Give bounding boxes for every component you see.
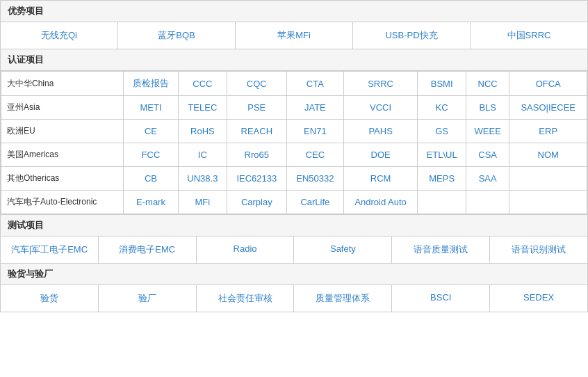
cert-cell[interactable]: CB — [123, 167, 178, 191]
cert-cell[interactable]: ETL\UL — [418, 143, 466, 167]
cert-cell[interactable]: SRRC — [343, 72, 418, 96]
advantage-item-4[interactable]: 中国SRRC — [471, 22, 587, 49]
cert-cell[interactable]: 质检报告 — [123, 72, 178, 96]
cert-cell[interactable]: UN38.3 — [179, 167, 227, 191]
cert-cell[interactable]: CE — [123, 120, 178, 143]
test-item-5[interactable]: 语音识别测试 — [490, 236, 587, 263]
certification-table: 大中华China 质检报告 CCC CQC CTA SRRC BSMI NCC … — [1, 71, 587, 214]
certification-header: 认证项目 — [1, 49, 587, 71]
inspect-item-1[interactable]: 验厂 — [99, 285, 197, 312]
advantage-item-3[interactable]: USB-PD快充 — [353, 22, 471, 49]
cert-cell[interactable]: BSMI — [418, 72, 466, 96]
cert-cell[interactable]: E-mark — [123, 191, 178, 214]
cert-cell[interactable]: KC — [418, 96, 466, 120]
cert-cell[interactable]: RCM — [343, 167, 418, 191]
inspect-item-4[interactable]: BSCI — [392, 285, 490, 312]
inspect-item-0[interactable]: 验货 — [1, 285, 99, 312]
cert-cell[interactable]: CEC — [286, 143, 343, 167]
test-item-2[interactable]: Radio — [197, 236, 295, 263]
inspection-row: 验货 验厂 社会责任审核 质量管理体系 BSCI SEDEX — [1, 285, 587, 312]
row-label-0: 大中华China — [1, 72, 124, 96]
cert-cell[interactable]: EN71 — [286, 120, 343, 143]
cert-cell-empty — [466, 191, 509, 214]
cert-cell[interactable]: FCC — [123, 143, 178, 167]
advantage-item-0[interactable]: 无线充Qi — [1, 22, 118, 49]
cert-cell[interactable]: IEC62133 — [227, 167, 286, 191]
test-row: 汽车|军工电子EMC 消费电子EMC Radio Safety 语音质量测试 语… — [1, 236, 587, 263]
cert-cell[interactable]: RoHS — [179, 120, 227, 143]
test-item-1[interactable]: 消费电子EMC — [99, 236, 197, 263]
row-label-3: 美国Americas — [1, 143, 124, 167]
inspect-item-3[interactable]: 质量管理体系 — [294, 285, 392, 312]
cert-cell[interactable]: NCC — [466, 72, 509, 96]
cert-cell[interactable]: TELEC — [179, 96, 227, 120]
advantage-row: 无线充Qi 蓝牙BQB 苹果MFi USB-PD快充 中国SRRC — [1, 22, 587, 49]
cert-cell[interactable]: MEPS — [418, 167, 466, 191]
inspect-item-5[interactable]: SEDEX — [490, 285, 587, 312]
row-label-5: 汽车电子Auto-Electronic — [1, 191, 124, 214]
cert-cell[interactable]: CSA — [466, 143, 509, 167]
cert-cell[interactable]: ERP — [509, 120, 587, 143]
inspection-header: 验货与验厂 — [1, 264, 587, 285]
cert-cell[interactable]: SASO|IECEE — [509, 96, 587, 120]
table-row: 美国Americas FCC IC Rro65 CEC DOE ETL\UL C… — [1, 143, 587, 167]
cert-cell[interactable]: CQC — [227, 72, 286, 96]
cert-cell[interactable]: MFi — [179, 191, 227, 214]
advantage-item-1[interactable]: 蓝牙BQB — [118, 22, 236, 49]
cert-cell[interactable]: OFCA — [509, 72, 587, 96]
cert-cell[interactable]: IC — [179, 143, 227, 167]
cert-cell[interactable]: PSE — [227, 96, 286, 120]
row-label-2: 欧洲EU — [1, 120, 124, 143]
cert-cell[interactable]: METI — [123, 96, 178, 120]
cert-cell[interactable]: Android Auto — [343, 191, 418, 214]
cert-cell[interactable]: BLS — [466, 96, 509, 120]
test-header: 测试项目 — [1, 215, 587, 236]
cert-cell[interactable]: CCC — [179, 72, 227, 96]
table-row: 大中华China 质检报告 CCC CQC CTA SRRC BSMI NCC … — [1, 72, 587, 96]
table-row: 汽车电子Auto-Electronic E-mark MFi Carplay C… — [1, 191, 587, 214]
table-row: 欧洲EU CE RoHS REACH EN71 PAHS GS WEEE ERP — [1, 120, 587, 143]
test-item-3[interactable]: Safety — [294, 236, 392, 263]
advantage-header: 优势项目 — [1, 1, 587, 22]
cert-cell[interactable]: GS — [418, 120, 466, 143]
cert-cell-empty — [509, 167, 587, 191]
cert-cell-empty — [509, 191, 587, 214]
test-item-0[interactable]: 汽车|军工电子EMC — [1, 236, 99, 263]
cert-cell[interactable]: WEEE — [466, 120, 509, 143]
cert-cell[interactable]: CarLife — [286, 191, 343, 214]
cert-cell[interactable]: VCCI — [343, 96, 418, 120]
advantage-item-2[interactable]: 苹果MFi — [236, 22, 353, 49]
table-row: 其他Othericas CB UN38.3 IEC62133 EN50332 R… — [1, 167, 587, 191]
cert-cell[interactable]: JATE — [286, 96, 343, 120]
cert-cell[interactable]: EN50332 — [286, 167, 343, 191]
cert-cell[interactable]: CTA — [286, 72, 343, 96]
cert-cell[interactable]: Carplay — [227, 191, 286, 214]
table-row: 亚州Asia METI TELEC PSE JATE VCCI KC BLS S… — [1, 96, 587, 120]
cert-cell-empty — [418, 191, 466, 214]
row-label-4: 其他Othericas — [1, 167, 124, 191]
test-item-4[interactable]: 语音质量测试 — [392, 236, 490, 263]
cert-cell[interactable]: Rro65 — [227, 143, 286, 167]
cert-cell[interactable]: SAA — [466, 167, 509, 191]
cert-cell[interactable]: NOM — [509, 143, 587, 167]
cert-cell[interactable]: REACH — [227, 120, 286, 143]
cert-cell[interactable]: PAHS — [343, 120, 418, 143]
row-label-1: 亚州Asia — [1, 96, 124, 120]
cert-cell[interactable]: DOE — [343, 143, 418, 167]
inspect-item-2[interactable]: 社会责任审核 — [197, 285, 295, 312]
